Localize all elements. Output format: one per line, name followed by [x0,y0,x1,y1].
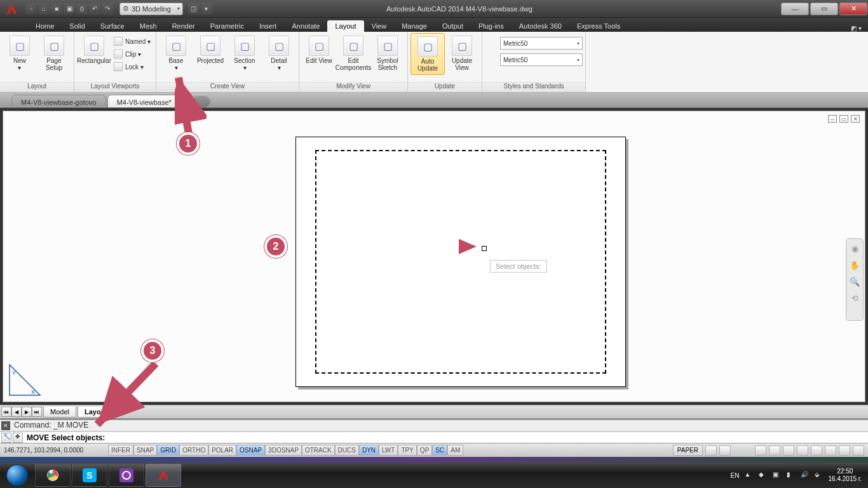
taskbar-viber[interactable] [109,464,144,487]
tray-lang[interactable]: EN [731,472,740,479]
style-combo-0[interactable]: Metric50 [500,37,583,50]
status-icon-1[interactable] [705,445,717,456]
ribbon-options-icon[interactable]: ◩ ▾ [851,25,862,32]
toggle-am[interactable]: AM [447,445,463,456]
status-icon-2[interactable] [719,445,731,456]
qat-saveas-icon[interactable]: ▣ [64,3,75,15]
edit-comp-button[interactable]: ▢Edit Components [336,33,370,74]
ribbon-tab-render[interactable]: Render [165,20,203,32]
ribbon-tab-solid[interactable]: Solid [62,20,92,32]
ribbon-tab-view[interactable]: View [364,20,395,32]
qat-undo-icon[interactable]: ↶ [89,3,100,15]
toggle-snap[interactable]: SNAP [133,445,157,456]
nav-wheel-icon[interactable]: ◉ [849,244,860,255]
layout-nav-prev-icon[interactable]: ◀ [11,407,22,417]
tray-icon-2[interactable]: ▣ [773,471,782,480]
qat-redo-icon[interactable]: ↷ [102,3,113,15]
status-hardware-icon[interactable] [783,445,794,456]
page-setup-button[interactable]: ▢Page Setup [37,33,71,74]
layout-nav-next-icon[interactable]: ▶ [22,407,32,417]
qat-open-icon[interactable]: ⌂ [38,3,50,15]
new-layout-button[interactable]: ▢New ▾ [3,33,37,74]
ribbon-tab-parametric[interactable]: Parametric [203,20,252,32]
ribbon-tab-insert[interactable]: Insert [252,20,285,32]
taskbar-skype[interactable]: S [72,464,107,487]
view-detail-button[interactable]: ▢Detail ▾ [262,33,296,74]
tray-icon-1[interactable]: ◆ [759,471,768,480]
qat-plot-icon[interactable]: ⎙ [76,3,88,15]
status-lock-icon[interactable] [839,445,850,456]
edit-view-button[interactable]: ▢Edit View [302,33,336,67]
view-base-button[interactable]: ▢Base ▾ [159,33,193,74]
ribbon-tab-home[interactable]: Home [28,20,62,32]
tray-flag-icon[interactable]: ▲ [745,471,754,480]
viewport-frame[interactable] [315,150,606,374]
view-projected-button[interactable]: ▢Projected [193,33,227,67]
status-workspace-icon[interactable] [825,445,836,456]
layout-nav-last-icon[interactable]: ⏭ [32,407,42,417]
coordinates-readout[interactable]: 146.7271, 103.2994, 0.0000 [0,447,108,454]
taskbar-autocad[interactable] [146,464,181,487]
doc-tab[interactable]: M4-V8-viewbase-gotovo [11,95,106,107]
toggle-sc[interactable]: SC [432,445,447,456]
cmd-move-icon[interactable]: ✥ [13,433,23,443]
style-combo-1[interactable]: Metric50 [500,53,583,66]
layout-nav-first-icon[interactable]: ⏮ [1,407,11,417]
ribbon-tab-mesh[interactable]: Mesh [132,20,165,32]
toggle-lwt[interactable]: LWT [379,445,398,456]
toggle-ortho[interactable]: ORTHO [179,445,208,456]
status-maximize-vp-icon[interactable] [755,445,766,456]
layout-tab-model[interactable]: Model [43,407,76,417]
viewport-maximize-icon[interactable]: ▭ [839,115,848,123]
ribbon-tab-express-tools[interactable]: Express Tools [569,20,628,32]
nav-orbit-icon[interactable]: ⟲ [849,294,860,305]
toggle-infer[interactable]: INFER [108,445,133,456]
ribbon-tab-surface[interactable]: Surface [93,20,132,32]
symbol-sketch-button[interactable]: ▢Symbol Sketch [370,33,405,74]
toggle-otrack[interactable]: OTRACK [302,445,335,456]
tray-clock[interactable]: 22:50 16.4.2015 г. [829,468,862,483]
vp-rect-button[interactable]: ▢Rectangular [77,33,111,67]
cmd-customize-icon[interactable]: 🔧 [1,433,11,443]
cmd-close-icon[interactable]: ✕ [1,421,10,430]
toggle-grid[interactable]: GRID [157,445,179,456]
space-toggle[interactable]: PAPER [673,445,703,456]
status-clean-icon[interactable] [853,445,864,456]
ribbon-tab-autodesk-360[interactable]: Autodesk 360 [512,20,569,32]
nav-zoom-icon[interactable]: 🔍 [849,277,860,288]
workspace-switcher[interactable]: 3D Modeling [119,3,183,15]
status-isolate-icon[interactable] [769,445,780,456]
ribbon-tab-layout[interactable]: Layout [327,20,363,32]
qat-save-icon[interactable]: ■ [51,3,62,15]
window-close-button[interactable]: ✕ [839,3,867,15]
ribbon-tab-plug-ins[interactable]: Plug-ins [471,20,512,32]
ribbon-tab-annotate[interactable]: Annotate [284,20,327,32]
viewport-close-icon[interactable]: ✕ [851,115,860,123]
tray-icon-3[interactable]: ⬙ [815,471,824,480]
qat-extra1-icon[interactable]: ◲ [188,3,200,15]
view-section-button[interactable]: ▢Section ▾ [227,33,262,74]
toggle-ducs[interactable]: DUCS [335,445,359,456]
start-button[interactable] [0,463,34,488]
window-minimize-button[interactable]: — [781,3,809,15]
ribbon-tab-output[interactable]: Output [435,20,471,32]
viewport-minimize-icon[interactable]: — [828,115,837,123]
vp-clip-button[interactable]: Clip ▾ [111,48,153,60]
toggle-osnap[interactable]: OSNAP [236,445,265,456]
autocad-logo-icon[interactable] [0,0,23,18]
qat-new-icon[interactable]: ▫ [25,3,37,15]
tray-volume-icon[interactable]: 🔊 [801,471,810,480]
toggle-tpy[interactable]: TPY [398,445,416,456]
vp-lock-button[interactable]: Lock ▾ [111,61,153,72]
status-annovis-icon[interactable] [811,445,822,456]
toggle-polar[interactable]: POLAR [208,445,236,456]
ribbon-tab-manage[interactable]: Manage [394,20,435,32]
toggle-dyn[interactable]: DYN [359,445,379,456]
tray-network-icon[interactable]: ▮ [787,471,796,480]
toggle-qp[interactable]: QP [417,445,432,456]
vp-named-button[interactable]: Named ▾ [111,36,153,47]
window-maximize-button[interactable]: ▭ [810,3,838,15]
auto-update-button[interactable]: ▢Auto Update [410,33,445,75]
navigation-bar[interactable]: ◉ ✋ 🔍 ⟲ [846,238,864,321]
taskbar-chrome[interactable] [35,464,71,487]
